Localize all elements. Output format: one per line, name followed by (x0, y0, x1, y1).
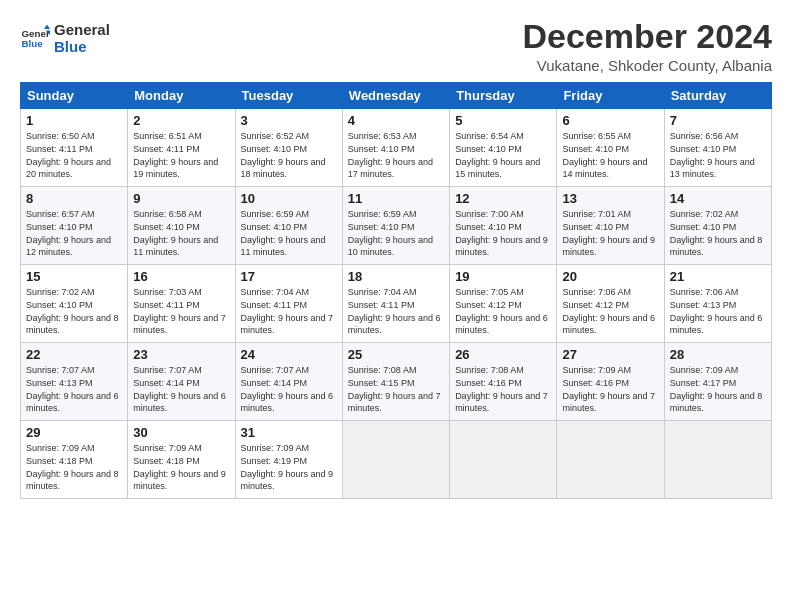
day-number: 28 (670, 347, 766, 362)
day-number: 26 (455, 347, 551, 362)
header: General Blue General Blue December 2024 … (20, 18, 772, 74)
svg-text:Blue: Blue (22, 38, 44, 49)
table-row: 3Sunrise: 6:52 AMSunset: 4:10 PMDaylight… (235, 109, 342, 187)
calendar-row: 29Sunrise: 7:09 AMSunset: 4:18 PMDayligh… (21, 421, 772, 499)
table-row: 23Sunrise: 7:07 AMSunset: 4:14 PMDayligh… (128, 343, 235, 421)
day-number: 24 (241, 347, 337, 362)
calendar-row: 22Sunrise: 7:07 AMSunset: 4:13 PMDayligh… (21, 343, 772, 421)
day-info: Sunrise: 6:54 AMSunset: 4:10 PMDaylight:… (455, 130, 551, 180)
day-number: 20 (562, 269, 658, 284)
day-info: Sunrise: 7:09 AMSunset: 4:17 PMDaylight:… (670, 364, 766, 414)
table-row (664, 421, 771, 499)
table-row: 6Sunrise: 6:55 AMSunset: 4:10 PMDaylight… (557, 109, 664, 187)
table-row: 9Sunrise: 6:58 AMSunset: 4:10 PMDaylight… (128, 187, 235, 265)
calendar-table: Sunday Monday Tuesday Wednesday Thursday… (20, 82, 772, 499)
calendar-row: 15Sunrise: 7:02 AMSunset: 4:10 PMDayligh… (21, 265, 772, 343)
table-row: 1Sunrise: 6:50 AMSunset: 4:11 PMDaylight… (21, 109, 128, 187)
table-row: 7Sunrise: 6:56 AMSunset: 4:10 PMDaylight… (664, 109, 771, 187)
table-row (342, 421, 449, 499)
day-info: Sunrise: 6:56 AMSunset: 4:10 PMDaylight:… (670, 130, 766, 180)
day-number: 31 (241, 425, 337, 440)
day-info: Sunrise: 7:01 AMSunset: 4:10 PMDaylight:… (562, 208, 658, 258)
day-info: Sunrise: 7:04 AMSunset: 4:11 PMDaylight:… (241, 286, 337, 336)
day-info: Sunrise: 7:08 AMSunset: 4:15 PMDaylight:… (348, 364, 444, 414)
logo-icon: General Blue (20, 23, 50, 53)
col-tuesday: Tuesday (235, 83, 342, 109)
day-info: Sunrise: 7:09 AMSunset: 4:16 PMDaylight:… (562, 364, 658, 414)
day-info: Sunrise: 6:53 AMSunset: 4:10 PMDaylight:… (348, 130, 444, 180)
logo-line2: Blue (54, 39, 110, 56)
day-info: Sunrise: 7:09 AMSunset: 4:18 PMDaylight:… (133, 442, 229, 492)
day-info: Sunrise: 7:06 AMSunset: 4:12 PMDaylight:… (562, 286, 658, 336)
col-sunday: Sunday (21, 83, 128, 109)
day-info: Sunrise: 7:08 AMSunset: 4:16 PMDaylight:… (455, 364, 551, 414)
subtitle: Vukatane, Shkoder County, Albania (522, 57, 772, 74)
day-info: Sunrise: 6:52 AMSunset: 4:10 PMDaylight:… (241, 130, 337, 180)
col-friday: Friday (557, 83, 664, 109)
table-row: 27Sunrise: 7:09 AMSunset: 4:16 PMDayligh… (557, 343, 664, 421)
table-row: 28Sunrise: 7:09 AMSunset: 4:17 PMDayligh… (664, 343, 771, 421)
day-info: Sunrise: 7:07 AMSunset: 4:13 PMDaylight:… (26, 364, 122, 414)
table-row: 4Sunrise: 6:53 AMSunset: 4:10 PMDaylight… (342, 109, 449, 187)
day-info: Sunrise: 7:02 AMSunset: 4:10 PMDaylight:… (670, 208, 766, 258)
table-row: 19Sunrise: 7:05 AMSunset: 4:12 PMDayligh… (450, 265, 557, 343)
day-number: 15 (26, 269, 122, 284)
table-row: 22Sunrise: 7:07 AMSunset: 4:13 PMDayligh… (21, 343, 128, 421)
day-info: Sunrise: 7:07 AMSunset: 4:14 PMDaylight:… (241, 364, 337, 414)
table-row: 16Sunrise: 7:03 AMSunset: 4:11 PMDayligh… (128, 265, 235, 343)
day-info: Sunrise: 6:59 AMSunset: 4:10 PMDaylight:… (241, 208, 337, 258)
day-info: Sunrise: 7:06 AMSunset: 4:13 PMDaylight:… (670, 286, 766, 336)
table-row: 5Sunrise: 6:54 AMSunset: 4:10 PMDaylight… (450, 109, 557, 187)
logo: General Blue General Blue (20, 22, 110, 55)
col-monday: Monday (128, 83, 235, 109)
table-row: 15Sunrise: 7:02 AMSunset: 4:10 PMDayligh… (21, 265, 128, 343)
day-number: 5 (455, 113, 551, 128)
col-wednesday: Wednesday (342, 83, 449, 109)
day-info: Sunrise: 7:07 AMSunset: 4:14 PMDaylight:… (133, 364, 229, 414)
day-number: 29 (26, 425, 122, 440)
svg-marker-2 (44, 24, 50, 29)
table-row: 2Sunrise: 6:51 AMSunset: 4:11 PMDaylight… (128, 109, 235, 187)
calendar-row: 8Sunrise: 6:57 AMSunset: 4:10 PMDaylight… (21, 187, 772, 265)
table-row: 8Sunrise: 6:57 AMSunset: 4:10 PMDaylight… (21, 187, 128, 265)
table-row: 14Sunrise: 7:02 AMSunset: 4:10 PMDayligh… (664, 187, 771, 265)
day-number: 4 (348, 113, 444, 128)
table-row: 29Sunrise: 7:09 AMSunset: 4:18 PMDayligh… (21, 421, 128, 499)
day-number: 10 (241, 191, 337, 206)
page: General Blue General Blue December 2024 … (0, 0, 792, 612)
day-number: 9 (133, 191, 229, 206)
day-number: 16 (133, 269, 229, 284)
day-number: 6 (562, 113, 658, 128)
calendar-row: 1Sunrise: 6:50 AMSunset: 4:11 PMDaylight… (21, 109, 772, 187)
day-number: 1 (26, 113, 122, 128)
day-info: Sunrise: 7:03 AMSunset: 4:11 PMDaylight:… (133, 286, 229, 336)
table-row: 12Sunrise: 7:00 AMSunset: 4:10 PMDayligh… (450, 187, 557, 265)
table-row: 21Sunrise: 7:06 AMSunset: 4:13 PMDayligh… (664, 265, 771, 343)
day-number: 8 (26, 191, 122, 206)
day-info: Sunrise: 6:51 AMSunset: 4:11 PMDaylight:… (133, 130, 229, 180)
day-info: Sunrise: 7:09 AMSunset: 4:18 PMDaylight:… (26, 442, 122, 492)
header-row: Sunday Monday Tuesday Wednesday Thursday… (21, 83, 772, 109)
table-row: 13Sunrise: 7:01 AMSunset: 4:10 PMDayligh… (557, 187, 664, 265)
day-info: Sunrise: 6:50 AMSunset: 4:11 PMDaylight:… (26, 130, 122, 180)
day-info: Sunrise: 6:58 AMSunset: 4:10 PMDaylight:… (133, 208, 229, 258)
day-info: Sunrise: 7:02 AMSunset: 4:10 PMDaylight:… (26, 286, 122, 336)
table-row: 26Sunrise: 7:08 AMSunset: 4:16 PMDayligh… (450, 343, 557, 421)
day-number: 30 (133, 425, 229, 440)
day-number: 12 (455, 191, 551, 206)
table-row: 24Sunrise: 7:07 AMSunset: 4:14 PMDayligh… (235, 343, 342, 421)
table-row: 31Sunrise: 7:09 AMSunset: 4:19 PMDayligh… (235, 421, 342, 499)
day-info: Sunrise: 6:55 AMSunset: 4:10 PMDaylight:… (562, 130, 658, 180)
day-number: 11 (348, 191, 444, 206)
table-row (557, 421, 664, 499)
table-row (450, 421, 557, 499)
svg-text:General: General (22, 27, 51, 38)
day-number: 19 (455, 269, 551, 284)
day-number: 23 (133, 347, 229, 362)
day-info: Sunrise: 7:05 AMSunset: 4:12 PMDaylight:… (455, 286, 551, 336)
logo-line1: General (54, 22, 110, 39)
day-number: 3 (241, 113, 337, 128)
day-number: 22 (26, 347, 122, 362)
day-info: Sunrise: 7:04 AMSunset: 4:11 PMDaylight:… (348, 286, 444, 336)
day-number: 7 (670, 113, 766, 128)
